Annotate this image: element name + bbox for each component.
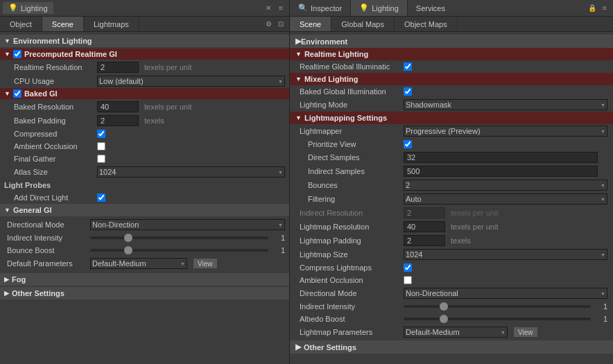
- view-button-left[interactable]: View: [193, 258, 218, 269]
- baked-gi-row: Baked Global Illumination: [290, 85, 613, 98]
- left-panel-content: ▼ Environment Lighting ▼ Precomputed Rea…: [0, 32, 289, 364]
- tab-services[interactable]: Services: [408, 0, 454, 16]
- cpu-usage-dropdown[interactable]: Low (default): [97, 76, 285, 87]
- indirect-resolution-row: Indirect Resolution texels per unit: [290, 206, 613, 220]
- bounces-row: Bounces 2: [290, 178, 613, 192]
- ambient-occlusion-checkbox-left[interactable]: [97, 142, 105, 150]
- lightmap-resolution-input[interactable]: [404, 221, 445, 232]
- lightmap-size-row: Lightmap Size 1024: [290, 248, 613, 261]
- mixed-lighting-header[interactable]: ▼ Mixed Lighting: [290, 73, 613, 85]
- sub-tab-scene[interactable]: Scene: [290, 17, 331, 31]
- view-button-right[interactable]: View: [513, 327, 538, 338]
- bounce-boost-slider[interactable]: [90, 249, 268, 252]
- tab-lighting-right[interactable]: 💡 Lighting: [351, 0, 408, 16]
- prioritize-view-row: Prioritize View: [290, 138, 613, 150]
- realtime-gi-checkbox[interactable]: [404, 62, 412, 71]
- baked-gi-checkbox[interactable]: [13, 89, 21, 98]
- precomputed-gi-checkbox[interactable]: [13, 50, 21, 58]
- directional-mode-row-right: Directional Mode Non-Directional: [290, 286, 613, 300]
- indirect-intensity-row-left: Indirect Intensity 1: [0, 232, 289, 244]
- other-settings-header-left[interactable]: ▶ Other Settings: [0, 287, 289, 300]
- indirect-intensity-slider-right[interactable]: [404, 305, 591, 308]
- lightmapper-dropdown[interactable]: Progressive (Preview): [404, 125, 607, 137]
- realtime-resolution-input[interactable]: [97, 62, 139, 73]
- atlas-size-dropdown[interactable]: 1024: [97, 166, 285, 177]
- ambient-occlusion-row-left: Ambient Occlusion: [0, 140, 289, 153]
- directional-mode-row-left: Directional Mode Non-Direction: [0, 218, 289, 232]
- cpu-usage-row: CPU Usage Low (default): [0, 74, 289, 88]
- realtime-resolution-row: Realtime Resolution texels per unit: [0, 60, 289, 74]
- directional-mode-dropdown-right[interactable]: Non-Directional: [404, 288, 607, 299]
- albedo-boost-row: Albedo Boost 1: [290, 313, 613, 325]
- right-top-header: 🔍 Inspector 💡 Lighting Services 🔒 ≡: [290, 0, 613, 17]
- final-gather-row: Final Gather: [0, 153, 289, 165]
- final-gather-checkbox[interactable]: [97, 155, 105, 163]
- ambient-occlusion-row-right: Ambient Occlusion: [290, 274, 613, 286]
- filtering-row: Filtering Auto: [290, 192, 613, 206]
- lightmap-padding-input[interactable]: [404, 235, 445, 246]
- realtime-lighting-header[interactable]: ▼ Realtime Lighting: [290, 48, 613, 60]
- compress-lightmaps-checkbox[interactable]: [404, 263, 412, 272]
- albedo-boost-slider[interactable]: [404, 318, 591, 320]
- fog-header[interactable]: ▶ Fog: [0, 273, 289, 286]
- default-parameters-row: Default Parameters Default-Medium View: [0, 257, 289, 270]
- right-panel-content: ▶ Environment ▼ Realtime Lighting Realti…: [290, 32, 613, 364]
- indirect-intensity-slider-left[interactable]: [90, 236, 268, 239]
- compressed-row: Compressed: [0, 128, 289, 140]
- other-settings-header-right[interactable]: ▶ Other Settings: [290, 340, 613, 354]
- baked-resolution-input[interactable]: [97, 101, 139, 112]
- prioritize-view-checkbox[interactable]: [404, 140, 412, 148]
- add-direct-light-row: Add Direct Light: [0, 191, 289, 204]
- lightmap-resolution-row: Lightmap Resolution texels per unit: [290, 220, 613, 234]
- lighting-mode-row: Lighting Mode Shadowmask: [290, 98, 613, 112]
- lightmap-padding-row: Lightmap Padding texels: [290, 234, 613, 248]
- direct-samples-input[interactable]: [404, 152, 598, 163]
- lightmap-size-dropdown[interactable]: 1024: [404, 249, 607, 260]
- baked-gi-header[interactable]: ▼ Baked GI: [0, 88, 289, 99]
- lighting-icon-left: 💡: [8, 3, 18, 12]
- left-tabs-row: Object Scene Lightmaps ⚙ ⊡: [0, 17, 289, 32]
- indirect-resolution-input[interactable]: [404, 207, 445, 218]
- tab-inspector[interactable]: 🔍 Inspector: [290, 0, 351, 16]
- maximize-icon-left[interactable]: ⊡: [275, 19, 286, 30]
- indirect-intensity-row-right: Indirect Intensity 1: [290, 300, 613, 313]
- add-direct-light-checkbox[interactable]: [97, 193, 105, 202]
- default-parameters-dropdown[interactable]: Default-Medium: [90, 258, 187, 269]
- menu-icon-left[interactable]: ≡: [275, 3, 286, 14]
- settings-icon-left[interactable]: ⚙: [263, 19, 274, 30]
- bounce-boost-row: Bounce Boost 1: [0, 244, 289, 257]
- lightmapping-settings-header[interactable]: ▼ Lightmapping Settings: [290, 112, 613, 124]
- tab-object[interactable]: Object: [0, 17, 42, 31]
- menu-icon-right[interactable]: ≡: [599, 3, 610, 14]
- left-panel-title: 💡 Lighting: [3, 2, 53, 14]
- indirect-samples-input[interactable]: [404, 166, 598, 177]
- lightmap-parameters-dropdown[interactable]: Default-Medium: [404, 327, 508, 338]
- realtime-gi-row: Realtime Global Illuminatic: [290, 60, 613, 73]
- compress-lightmaps-row: Compress Lightmaps: [290, 261, 613, 274]
- lightmapper-row: Lightmapper Progressive (Preview): [290, 124, 613, 138]
- ambient-occlusion-checkbox-right[interactable]: [404, 276, 412, 284]
- lightmap-parameters-row: Lightmap Parameters Default-Medium View: [290, 325, 613, 339]
- sub-tab-object-maps[interactable]: Object Maps: [395, 17, 458, 31]
- tab-lightmaps[interactable]: Lightmaps: [84, 17, 139, 31]
- lighting-mode-dropdown[interactable]: Shadowmask: [404, 99, 607, 110]
- baked-gi-checkbox-right[interactable]: [404, 87, 412, 96]
- inspector-icon: 🔍: [298, 3, 308, 12]
- environment-header-right[interactable]: ▶ Environment: [290, 35, 613, 48]
- filtering-dropdown[interactable]: Auto: [404, 193, 607, 205]
- lock-icon-right[interactable]: 🔒: [587, 3, 598, 14]
- compressed-checkbox[interactable]: [97, 130, 105, 138]
- baked-padding-input[interactable]: [97, 115, 139, 126]
- close-icon-left[interactable]: ✕: [263, 3, 274, 14]
- right-sub-tabs-row: Scene Global Maps Object Maps: [290, 17, 613, 32]
- atlas-size-row: Atlas Size 1024: [0, 165, 289, 179]
- precomputed-gi-header[interactable]: ▼ Precomputed Realtime GI: [0, 49, 289, 60]
- sub-tab-global-maps[interactable]: Global Maps: [331, 17, 395, 31]
- tab-scene[interactable]: Scene: [42, 17, 84, 31]
- environment-lighting-header[interactable]: ▼ Environment Lighting: [0, 35, 289, 47]
- directional-mode-dropdown-left[interactable]: Non-Direction: [90, 219, 285, 230]
- general-gi-header[interactable]: ▼ General GI: [0, 204, 289, 216]
- bounces-dropdown[interactable]: 2: [404, 180, 607, 191]
- indirect-samples-row: Indirect Samples: [290, 164, 613, 178]
- light-probes-header: Light Probes: [0, 179, 289, 191]
